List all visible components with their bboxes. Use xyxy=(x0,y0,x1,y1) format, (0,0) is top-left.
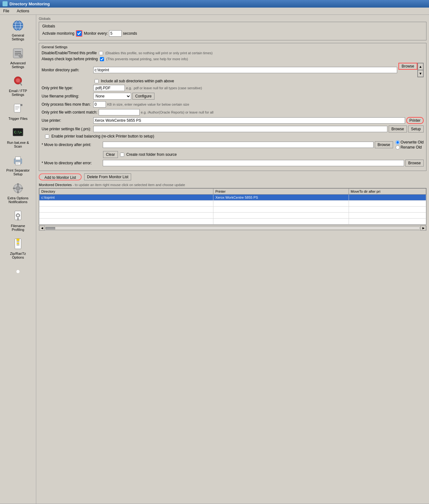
svg-rect-13 xyxy=(14,104,20,112)
disable-enable-checkbox[interactable] xyxy=(99,51,103,55)
path-up-button[interactable]: ▲ xyxy=(418,63,423,70)
sidebar-label-email-ftp: Email / FTPSettings xyxy=(9,89,27,97)
monitor-list-hint: - to update an item right mouse click on… xyxy=(73,183,185,187)
table-row[interactable]: c:\toprint Xerox WorkCentre 5855 PS xyxy=(39,195,426,201)
scroll-left-button[interactable]: ◀ xyxy=(39,226,45,231)
use-printer-input[interactable]: Xerox WorkCentre 5855 PS xyxy=(93,117,405,124)
sidebar-item-extra-options[interactable]: Extra OptionsNotifications xyxy=(0,179,36,207)
load-balancing-checkbox[interactable] xyxy=(45,134,49,138)
svg-rect-37 xyxy=(17,241,19,242)
title-bar: Directory Monitoring xyxy=(0,0,429,8)
delete-from-monitor-list-button[interactable]: Delete From Monitor List xyxy=(84,173,131,180)
sidebar-item-general-settings[interactable]: GeneralSettings xyxy=(0,16,36,44)
sidebar-item-filename-profiling[interactable]: FilenameProfiling xyxy=(0,207,36,234)
sidebar-label-print-separator: Print SeparatorSetup xyxy=(6,168,30,176)
sidebar-item-advanced-settings[interactable]: AdvancedSettings xyxy=(0,44,36,72)
menu-actions[interactable]: Actions xyxy=(15,8,31,14)
create-root-folder-checkbox[interactable] xyxy=(120,153,124,157)
clear-button[interactable]: Clear xyxy=(103,151,118,158)
setup-button[interactable]: Setup xyxy=(408,126,424,132)
col-directory: Directory xyxy=(39,189,213,195)
configure-button[interactable]: Configure xyxy=(132,93,154,100)
sidebar-item-print-separator[interactable]: Print SeparatorSetup xyxy=(0,151,36,179)
always-check-logs-checkbox[interactable] xyxy=(100,57,104,61)
move-after-print-row: * Move to directory after print: Browse … xyxy=(42,140,424,149)
svg-text:C:\>_: C:\>_ xyxy=(14,131,24,134)
monitor-list-buttons: Add to Monitor List Delete From Monitor … xyxy=(39,173,426,180)
content-match-hint: e.g. /Author(Oracle Reports) or leave nu… xyxy=(141,110,214,114)
scroll-thumb[interactable] xyxy=(46,227,55,230)
sidebar-item-color-options[interactable] xyxy=(0,262,36,282)
activate-monitoring-checkbox[interactable] xyxy=(77,31,82,36)
sidebar-items-area: GeneralSettings AdvancedSettings xyxy=(0,16,36,282)
sidebar-item-trigger-files[interactable]: Trigger Files xyxy=(0,99,36,123)
svg-point-9 xyxy=(19,54,22,57)
monitor-list-section: Monitored Directories - to update an ite… xyxy=(39,183,426,231)
globals-title: Globals xyxy=(42,24,423,28)
svg-point-11 xyxy=(16,78,20,83)
terminal-icon: C:\>_ xyxy=(11,126,25,139)
sidebar-item-email-ftp[interactable]: Email / FTPSettings xyxy=(0,72,36,99)
printer-settings-file-input[interactable] xyxy=(93,126,387,132)
monitor-directory-input[interactable]: c:\toprint xyxy=(93,67,397,73)
content-match-input[interactable] xyxy=(99,109,140,115)
rename-old-radio[interactable] xyxy=(396,145,400,149)
window-title: Directory Monitoring xyxy=(9,2,50,6)
overwrite-rename-group: Overwrite Old Rename Old xyxy=(396,140,424,149)
sidebar-label-bat-scan: Run bat,exe &Scan xyxy=(7,141,29,148)
printer-button[interactable]: Printer xyxy=(406,117,424,124)
monitor-list-header: Monitored Directories - to update an ite… xyxy=(39,183,426,187)
monitor-table-container[interactable]: Directory Printer MoveTo dir after pri c… xyxy=(39,188,426,225)
overwrite-old-row: Overwrite Old xyxy=(396,140,424,144)
only-print-file-type-label: Only print file type: xyxy=(42,86,92,90)
activate-monitoring-label: Activate monitoring xyxy=(42,31,74,36)
include-subdirs-checkbox[interactable] xyxy=(95,79,99,83)
browse-move-button[interactable]: Browse xyxy=(375,141,393,148)
table-row-empty-3 xyxy=(39,213,426,219)
monitor-directory-label: Monitor directory path: xyxy=(42,68,92,72)
monitored-directories-label: Monitored Directories xyxy=(39,183,72,187)
email-icon xyxy=(11,74,25,88)
use-printer-label: Use printer: xyxy=(42,118,92,123)
sidebar-item-run-bat-scan[interactable]: C:\>_ Run bat,exe &Scan xyxy=(0,123,36,151)
svg-rect-21 xyxy=(15,157,20,160)
svg-rect-28 xyxy=(17,191,19,193)
move-after-print-label: * Move to directory after print: xyxy=(42,143,101,147)
content-match-label: Only print file with content match: xyxy=(42,110,97,114)
svg-point-41 xyxy=(16,270,20,273)
scroll-right-button[interactable]: ▶ xyxy=(420,226,426,231)
zip-icon xyxy=(11,237,25,250)
svg-rect-39 xyxy=(17,244,19,245)
move-after-error-label: * Move to directory after error: xyxy=(42,161,101,165)
browse-button[interactable]: Browse xyxy=(398,63,417,70)
menu-file[interactable]: File xyxy=(1,8,11,14)
only-print-file-type-input[interactable]: .pdf|.PDF xyxy=(93,85,125,91)
include-subdirs-row: Include all sub directories within path … xyxy=(94,79,424,83)
move-after-print-input[interactable] xyxy=(103,142,374,148)
sidebar-item-zip-options[interactable]: Zip/Rar/7zOptions xyxy=(0,234,36,262)
always-check-logs-label: Always check logs before printing xyxy=(42,57,98,61)
general-settings-title: General Settings xyxy=(42,45,424,49)
overwrite-old-radio[interactable] xyxy=(396,140,400,144)
print-icon xyxy=(11,154,25,167)
horizontal-scrollbar[interactable]: ◀ ▶ xyxy=(39,226,426,231)
sidebar-label-advanced: AdvancedSettings xyxy=(10,61,26,69)
path-down-button[interactable]: ▼ xyxy=(418,70,423,77)
printer-settings-file-label: Use printer settings file (.prs): xyxy=(42,127,92,131)
monitor-directory-row: Monitor directory path: c:\toprint Brows… xyxy=(42,63,424,77)
add-to-monitor-list-button[interactable]: Add to Monitor List xyxy=(39,173,82,180)
browse-error-button[interactable]: Browse xyxy=(405,160,424,167)
monitor-every-label: Monitor every: xyxy=(84,31,108,36)
svg-rect-36 xyxy=(17,239,19,241)
monitor-table-header-row: Directory Printer MoveTo dir after pri xyxy=(39,189,426,195)
browse-prs-button[interactable]: Browse xyxy=(389,126,407,132)
move-after-error-row: * Move to directory after error: Browse xyxy=(42,160,424,167)
content-match-row: Only print file with content match: e.g.… xyxy=(42,109,424,115)
app-icon xyxy=(3,1,8,6)
sidebar-label-zip: Zip/Rar/7zOptions xyxy=(10,252,26,259)
only-process-files-input[interactable]: 0 xyxy=(93,101,106,108)
move-after-error-input[interactable] xyxy=(103,160,404,166)
filename-profiling-select[interactable]: None xyxy=(93,93,131,100)
menu-bar: File Actions xyxy=(0,8,429,15)
monitor-every-input[interactable]: 5 xyxy=(109,30,122,37)
